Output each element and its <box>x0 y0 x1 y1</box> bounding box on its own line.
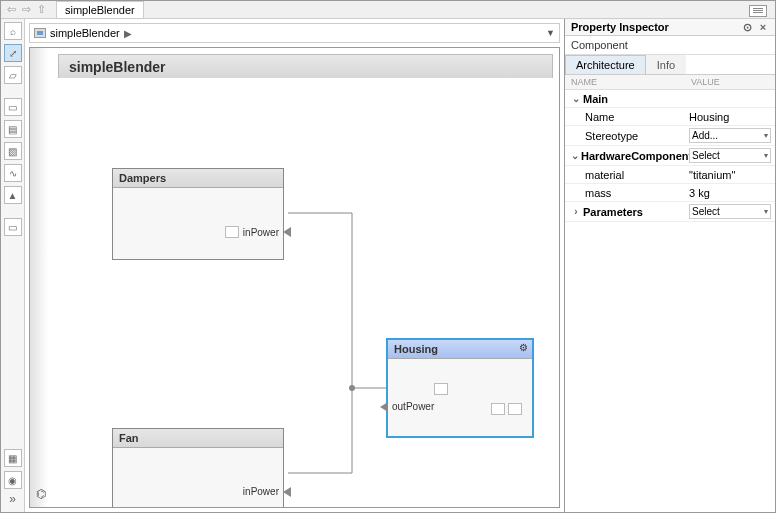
block-dampers-header: Dampers <box>113 169 283 188</box>
tool-chart-icon[interactable]: ▧ <box>4 142 22 160</box>
tool-library-icon[interactable]: ▦ <box>4 449 22 467</box>
chevron-down-icon: ▾ <box>764 151 768 160</box>
canvas-column: simpleBlender ▶ ▼ simpleBlender Dampers <box>25 19 565 512</box>
toolbar-expand-icon[interactable]: » <box>1 492 24 506</box>
inspector-minimize-icon[interactable]: ⊙ <box>741 21 753 33</box>
inspector-title: Property Inspector <box>571 21 669 33</box>
params-select[interactable]: Select▾ <box>689 204 771 219</box>
stereotype-badge-icon: ⚙ <box>519 342 528 353</box>
port-dampers-inpower[interactable]: inPower <box>225 226 291 238</box>
file-tab[interactable]: simpleBlender <box>56 1 144 18</box>
section-hardware[interactable]: ⌄HardwareComponent Select▾ <box>565 146 775 166</box>
sub-block-icons <box>491 403 522 415</box>
inspector-close-icon[interactable]: × <box>757 21 769 33</box>
inspector-tabs: Architecture Info <box>565 55 775 75</box>
col-name: NAME <box>565 75 685 89</box>
port-triangle-icon <box>380 402 388 412</box>
svg-point-0 <box>349 385 355 391</box>
port-triangle-icon <box>283 487 291 497</box>
port-housing-outpower[interactable]: outPower <box>380 401 434 412</box>
row-material: material "titanium" <box>565 166 775 184</box>
hw-select[interactable]: Select▾ <box>689 148 771 163</box>
hierarchy-icon[interactable]: ⌬ <box>36 487 46 501</box>
sub-block-icon <box>434 383 448 395</box>
port-label: inPower <box>243 227 279 238</box>
minimap-icon[interactable] <box>749 5 767 17</box>
chevron-down-icon: ▾ <box>764 207 768 216</box>
left-toolbar: ⌕ ⤢ ▱ ▭ ▤ ▧ ∿ ▲ ▭ ▦ ◉ » <box>1 19 25 512</box>
nav-forward-icon[interactable]: ⇨ <box>22 3 31 16</box>
block-dampers[interactable]: Dampers inPower <box>112 168 284 260</box>
inspector-subtitle: Component <box>565 36 775 55</box>
prop-material-label: material <box>585 169 624 181</box>
main-area: ⌕ ⤢ ▱ ▭ ▤ ▧ ∿ ▲ ▭ ▦ ◉ » simpleBlender ▶ … <box>1 19 775 512</box>
breadcrumb-model: simpleBlender <box>50 27 120 39</box>
breadcrumb-dropdown-icon[interactable]: ▼ <box>546 28 555 38</box>
chevron-down-icon[interactable]: ⌄ <box>571 93 581 104</box>
canvas-title: simpleBlender <box>58 54 553 80</box>
section-hw-label: HardwareComponent <box>581 150 692 162</box>
inspector-titlebar: Property Inspector ⊙ × <box>565 19 775 36</box>
model-icon <box>34 28 46 38</box>
row-mass: mass 3 kg <box>565 184 775 202</box>
prop-mass-value[interactable]: 3 kg <box>689 187 771 199</box>
section-parameters[interactable]: ›Parameters Select▾ <box>565 202 775 222</box>
breadcrumb-bar[interactable]: simpleBlender ▶ ▼ <box>29 23 560 43</box>
tool-image-icon[interactable]: ▲ <box>4 186 22 204</box>
port-box-icon <box>225 226 239 238</box>
prop-name-label: Name <box>585 111 614 123</box>
nav-arrows: ⇦ ⇨ ⇧ <box>1 3 52 16</box>
tool-pan-icon[interactable]: ▱ <box>4 66 22 84</box>
block-housing[interactable]: Housing ⚙ outPower <box>386 338 534 438</box>
port-label: inPower <box>243 486 279 497</box>
block-housing-header: Housing <box>388 340 532 359</box>
tool-record-icon[interactable]: ◉ <box>4 471 22 489</box>
block-fan[interactable]: Fan inPower <box>112 428 284 508</box>
canvas[interactable]: simpleBlender Dampers in <box>29 47 560 508</box>
file-tab-bar: ⇦ ⇨ ⇧ simpleBlender <box>1 1 775 19</box>
tool-zoom-icon[interactable]: ⌕ <box>4 22 22 40</box>
app-root: ⇦ ⇨ ⇧ simpleBlender ⌕ ⤢ ▱ ▭ ▤ ▧ ∿ ▲ ▭ ▦ … <box>0 0 776 513</box>
tool-block-icon[interactable]: ▭ <box>4 98 22 116</box>
prop-stereotype-label: Stereotype <box>585 130 638 142</box>
row-name: Name Housing <box>565 108 775 126</box>
tool-signal-icon[interactable]: ∿ <box>4 164 22 182</box>
port-triangle-icon <box>283 227 291 237</box>
prop-material-value[interactable]: "titanium" <box>689 169 771 181</box>
file-tab-label: simpleBlender <box>65 4 135 16</box>
port-label: outPower <box>392 401 434 412</box>
inspector-columns-header: NAME VALUE <box>565 75 775 90</box>
port-fan-inpower[interactable]: inPower <box>243 486 291 497</box>
tool-fit-icon[interactable]: ⤢ <box>4 44 22 62</box>
col-value: VALUE <box>685 75 775 89</box>
section-main[interactable]: ⌄Main <box>565 90 775 108</box>
tool-scope-icon[interactable]: ▤ <box>4 120 22 138</box>
prop-mass-label: mass <box>585 187 611 199</box>
breadcrumb-chevron-icon: ▶ <box>124 28 132 39</box>
prop-name-value[interactable]: Housing <box>689 111 771 123</box>
property-inspector: Property Inspector ⊙ × Component Archite… <box>565 19 775 512</box>
nav-up-icon[interactable]: ⇧ <box>37 3 46 16</box>
section-params-label: Parameters <box>583 206 643 218</box>
chevron-right-icon[interactable]: › <box>571 206 581 217</box>
tool-comment-icon[interactable]: ▭ <box>4 218 22 236</box>
nav-back-icon[interactable]: ⇦ <box>7 3 16 16</box>
tab-info[interactable]: Info <box>646 55 686 74</box>
row-stereotype: Stereotype Add...▾ <box>565 126 775 146</box>
stereotype-select[interactable]: Add...▾ <box>689 128 771 143</box>
section-main-label: Main <box>583 93 608 105</box>
tab-architecture[interactable]: Architecture <box>565 55 646 74</box>
canvas-inner: Dampers inPower Fan <box>52 78 557 505</box>
chevron-down-icon: ▾ <box>764 131 768 140</box>
block-fan-header: Fan <box>113 429 283 448</box>
chevron-down-icon[interactable]: ⌄ <box>571 150 579 161</box>
